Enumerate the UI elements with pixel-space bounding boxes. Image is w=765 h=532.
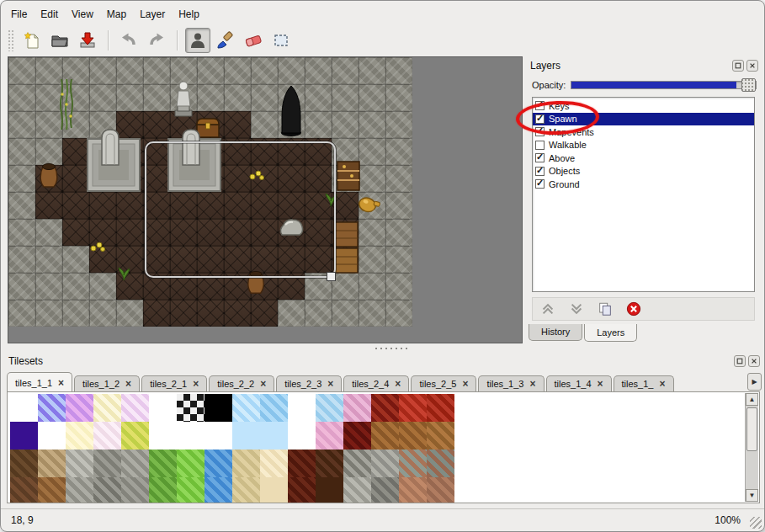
tileset-tile[interactable] (205, 394, 232, 422)
tileset-tile[interactable] (371, 394, 399, 422)
tileset-tile[interactable] (66, 477, 93, 503)
panel-tab-layers[interactable]: Layers (584, 324, 637, 342)
opacity-slider-handle[interactable] (741, 78, 756, 92)
tileset-tile[interactable] (121, 422, 149, 450)
tileset-tile[interactable] (260, 422, 288, 450)
map-tile[interactable] (278, 300, 305, 327)
tileset-tile[interactable] (427, 422, 454, 450)
map-tile[interactable] (143, 300, 170, 327)
map-tile[interactable] (143, 111, 170, 138)
map-tile[interactable] (332, 300, 359, 327)
tab-close-icon[interactable]: × (598, 380, 603, 388)
map-tile[interactable] (35, 192, 62, 219)
tileset-tile[interactable] (427, 450, 454, 477)
tileset-tile[interactable] (343, 422, 371, 450)
tileset-tile[interactable] (260, 477, 288, 503)
map-tile[interactable] (197, 300, 224, 327)
map-tile[interactable] (385, 300, 412, 327)
tab-close-icon[interactable]: × (193, 380, 199, 388)
map-tile[interactable] (385, 273, 412, 300)
tileset-tile[interactable] (10, 394, 38, 422)
map-tile[interactable] (35, 246, 62, 273)
tileset-tile[interactable] (343, 450, 371, 477)
selection-resize-handle[interactable] (327, 272, 336, 281)
opacity-slider[interactable] (571, 81, 757, 89)
map-tile[interactable] (89, 300, 116, 327)
layer-visibility-checkbox[interactable]: ✓ (535, 153, 545, 162)
map-tile[interactable] (143, 84, 170, 111)
tileset-tab-tiles_2_1[interactable]: tiles_2_1× (141, 375, 207, 392)
map-selection[interactable] (145, 141, 336, 278)
map-tile[interactable] (332, 111, 359, 138)
tileset-tab-tiles_1_2[interactable]: tiles_1_2× (74, 375, 140, 392)
menu-layer[interactable]: Layer (133, 6, 172, 23)
map-tile[interactable] (8, 165, 35, 192)
map-tile[interactable] (62, 192, 89, 219)
tileset-tile[interactable] (288, 394, 316, 422)
layer-row-objects[interactable]: ✓Objects (533, 165, 754, 178)
tileset-tile[interactable] (93, 477, 121, 503)
map[interactable] (8, 57, 412, 327)
tileset-tile[interactable] (38, 394, 66, 422)
map-canvas[interactable] (8, 56, 523, 343)
tileset-tile[interactable] (205, 450, 232, 477)
toolbar-eraser-tool-button[interactable] (241, 28, 266, 53)
toolbar-redo-button[interactable] (144, 28, 169, 53)
panel-tab-history[interactable]: History (529, 324, 582, 341)
layer-visibility-checkbox[interactable]: ✓ (535, 114, 545, 124)
tab-close-icon[interactable]: × (327, 380, 333, 388)
tileset-tile[interactable] (427, 394, 454, 422)
map-tile[interactable] (359, 273, 385, 300)
map-tile[interactable] (224, 84, 251, 111)
menu-view[interactable]: View (65, 6, 100, 23)
tileset-tab-tiles_2_4[interactable]: tiles_2_4× (343, 375, 409, 392)
map-tile[interactable] (89, 192, 116, 219)
layer-visibility-checkbox[interactable]: ✓ (535, 127, 545, 136)
layer-row-keys[interactable]: ✓Keys (533, 99, 754, 113)
tileset-tile[interactable] (177, 394, 205, 422)
tileset-tile[interactable] (66, 422, 93, 450)
layer-visibility-checkbox[interactable]: ✓ (535, 101, 545, 110)
tileset-tile[interactable] (232, 394, 260, 422)
layer-row-walkable[interactable]: Walkable (533, 139, 754, 152)
tab-close-icon[interactable]: × (125, 380, 131, 388)
map-tile[interactable] (359, 84, 385, 111)
horizontal-splitter[interactable] (8, 344, 523, 352)
tileset-tile[interactable] (260, 450, 288, 477)
tileset-tile[interactable] (121, 477, 149, 503)
tileset-scrollbar[interactable]: ▲ ▼ (745, 393, 758, 502)
tab-close-icon[interactable]: × (58, 379, 64, 387)
tileset-tab-tiles_1_[interactable]: tiles_1_× (614, 375, 674, 392)
map-tile[interactable] (62, 300, 89, 327)
tileset-tile[interactable] (38, 422, 66, 450)
tileset-tile[interactable] (66, 450, 93, 477)
toolbar-new-button[interactable] (19, 28, 45, 53)
tileset-tile[interactable] (399, 477, 427, 503)
map-tile[interactable] (116, 84, 143, 111)
scrollbar-thumb[interactable] (746, 407, 757, 451)
tileset-tab-tiles_2_5[interactable]: tiles_2_5× (411, 375, 476, 392)
tileset-tile[interactable] (371, 477, 399, 503)
toolbar-undo-button[interactable] (116, 28, 141, 53)
tileset-tile[interactable] (288, 450, 316, 477)
layer-row-above[interactable]: ✓Above (533, 152, 754, 165)
delete-layer-button[interactable] (624, 299, 644, 319)
tileset-tab-tiles_2_3[interactable]: tiles_2_3× (276, 375, 342, 392)
map-tile[interactable] (385, 84, 412, 111)
layers-panel-float-button[interactable] (732, 60, 744, 72)
map-tile[interactable] (359, 57, 385, 84)
tileset-tile[interactable] (177, 450, 205, 477)
menu-help[interactable]: Help (172, 6, 206, 23)
map-tile[interactable] (116, 300, 143, 327)
map-tile[interactable] (359, 300, 385, 327)
tileset-tile[interactable] (371, 450, 399, 477)
map-tile[interactable] (89, 57, 116, 84)
map-tile[interactable] (8, 300, 35, 327)
map-tile[interactable] (62, 246, 89, 273)
map-tile[interactable] (305, 111, 332, 138)
map-tile[interactable] (8, 273, 35, 300)
tileset-tile[interactable] (399, 394, 427, 422)
scroll-up-button[interactable]: ▲ (746, 393, 758, 406)
tileset-tile[interactable] (177, 477, 205, 503)
toolbar-stamp-tool-button[interactable] (185, 28, 210, 53)
